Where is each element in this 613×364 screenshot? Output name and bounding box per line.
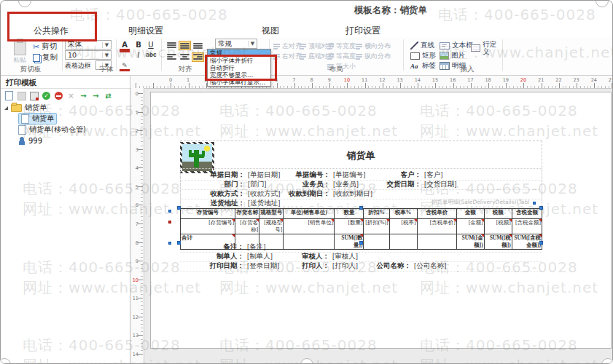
dropdown-option[interactable]: 缩小字体并折行 [208, 57, 270, 64]
selection-handle[interactable] [533, 202, 536, 205]
bold-button[interactable]: B [133, 41, 144, 50]
table-header-cell[interactable]: 含税金额 [512, 209, 542, 219]
selection-handle[interactable] [359, 241, 363, 245]
insert-label-button[interactable]: 标签 [410, 61, 436, 71]
field-label[interactable]: 收款到期日： [250, 189, 330, 199]
halign-right-icon[interactable] [192, 52, 204, 62]
field-label[interactable]: 交货日期： [348, 180, 421, 189]
field-label[interactable]: 公司名称： [348, 261, 411, 271]
table-header-cell[interactable]: 数量 [335, 209, 364, 219]
table-value-cell[interactable]: [存货名称] [235, 219, 259, 234]
table-value-cell[interactable]: [税额] [484, 219, 512, 234]
field-label[interactable]: 制单人： [180, 252, 244, 261]
sync-button[interactable]: ⇄ [104, 91, 113, 100]
tab-detail-settings[interactable]: 明细设置 [128, 25, 163, 37]
strikethrough-button[interactable]: abc [146, 51, 156, 60]
table-header-cell[interactable]: 存货名称 [235, 209, 259, 219]
field-label[interactable]: 单据编号： [250, 170, 330, 180]
enable-button[interactable]: ✓ [42, 91, 51, 100]
insert-rectangle-button[interactable]: 矩形 [410, 51, 436, 60]
fill-color-button[interactable] [120, 51, 130, 60]
field-label[interactable]: 业务员： [250, 180, 330, 189]
table-value-cell[interactable]: [数量] [335, 219, 364, 234]
field-value-placeholder[interactable]: [公司名称] [414, 261, 446, 271]
valign-top-icon[interactable] [165, 41, 178, 50]
table-header-cell[interactable]: 存货编号 [181, 209, 235, 219]
field-value-placeholder[interactable]: [收款到期日] [333, 189, 372, 199]
field-label[interactable]: 审核人： [249, 252, 329, 261]
import-button[interactable]: → [79, 91, 88, 100]
copy-button[interactable]: 复制 [33, 52, 58, 63]
font-size-combo[interactable]: 10▼ [65, 50, 112, 60]
selection-handle[interactable] [359, 206, 363, 210]
table-value-cell[interactable]: [含税单价] [417, 219, 456, 234]
table-value-cell[interactable]: [税率] [389, 219, 417, 234]
table-header-cell[interactable]: 含税单价 [417, 209, 456, 219]
underline-button[interactable]: U [146, 41, 156, 50]
table-header-cell[interactable]: 税率% [389, 209, 417, 219]
table-header-cell[interactable]: 税额 [484, 209, 512, 219]
field-label[interactable]: 部门： [181, 180, 245, 189]
italic-button[interactable]: I [133, 51, 144, 60]
table-header-cell[interactable]: 规格型号 [259, 209, 284, 219]
export-button[interactable]: → [91, 91, 101, 100]
cut-button[interactable]: ✂ 剪切 [33, 41, 57, 52]
insert-textbox-button[interactable]: 文本框 [440, 41, 473, 50]
template-page[interactable]: 销货单 单据日期：[单据日期]单据编号：[单据编号]客户：[客户]部门：[部门]… [150, 92, 612, 349]
table-value-cell[interactable]: [存货编号] [181, 219, 235, 234]
selection-handle[interactable] [168, 242, 171, 245]
valign-bottom-icon[interactable] [192, 41, 204, 50]
border-color-button[interactable]: ✎ [120, 61, 130, 71]
selection-handle[interactable] [168, 221, 171, 223]
tab-print-settings[interactable]: 打印设置 [345, 25, 380, 37]
table-value-cell[interactable]: [规格型号] [259, 219, 284, 234]
font-color-button[interactable]: A [120, 41, 130, 50]
valign-middle-icon[interactable] [179, 41, 191, 50]
table-header-cell[interactable]: 折扣% [364, 209, 389, 219]
insert-line-button[interactable]: 直线 [410, 41, 434, 50]
insert-image-button[interactable]: 图片 [440, 51, 465, 60]
selection-handle[interactable] [177, 206, 181, 210]
dropdown-option[interactable]: 常规 [208, 50, 270, 57]
table-value-cell[interactable]: [金额] [456, 219, 484, 234]
tree-root-sales-order[interactable]: 销货单 [4, 103, 47, 113]
document-title[interactable]: 销货单 [317, 149, 405, 162]
field-label[interactable]: 收款方式： [181, 189, 245, 199]
field-label[interactable]: 打印日期： [180, 261, 244, 271]
field-value-placeholder[interactable]: [客户] [424, 170, 442, 180]
field-value-placeholder[interactable]: [交货日期] [424, 180, 456, 189]
table-header-cell[interactable]: 单位(销售单位) [284, 209, 335, 219]
field-label[interactable]: 打印人： [249, 261, 329, 271]
field-label[interactable]: 单据日期： [181, 170, 245, 180]
selection-handle[interactable] [177, 241, 181, 245]
design-button[interactable] [29, 91, 39, 100]
halign-left-icon[interactable] [165, 52, 178, 62]
tree-item-2[interactable]: 销货单(移动仓管) [18, 124, 86, 135]
tree-item-1[interactable]: 销货单 [18, 114, 57, 124]
selection-handle[interactable] [539, 241, 543, 245]
field-label[interactable]: 备注： [180, 242, 244, 252]
field-value-placeholder[interactable]: [备注] [247, 242, 265, 252]
table-value-cell[interactable]: [折扣(%)] [364, 219, 389, 234]
tab-public-operations[interactable]: 公共操作 [34, 25, 69, 37]
halign-center-icon[interactable] [179, 52, 191, 62]
tab-view[interactable]: 视图 [262, 25, 279, 37]
font-family-combo[interactable]: 宋体▼ [65, 40, 112, 50]
dropdown-option[interactable]: 宽度不够显示... [208, 71, 270, 79]
dropdown-option[interactable]: 自动折行 [208, 64, 270, 71]
new-button[interactable] [4, 91, 14, 100]
selection-handle[interactable] [168, 210, 171, 213]
wrap-mode-combo[interactable]: 常规▼ [215, 39, 257, 49]
insert-rowdef-button[interactable]: 行定义 [471, 41, 501, 55]
selection-handle[interactable] [539, 206, 543, 210]
field-label[interactable]: 送货地址： [181, 199, 245, 208]
table-value-cell[interactable]: [含税金额] [512, 219, 542, 234]
table-header-cell[interactable]: 金额 [456, 209, 484, 219]
dropdown-option[interactable]: 缩小字体单行显示... [208, 79, 270, 86]
table-value-cell[interactable]: [销售单位] [284, 219, 335, 234]
tree-expand-icon[interactable] [4, 106, 8, 110]
field-value-placeholder[interactable]: [送货地址] [248, 199, 280, 208]
disable-button[interactable] [54, 91, 63, 100]
field-value-placeholder[interactable]: [审核人] [332, 252, 358, 261]
detail-table-reference[interactable]: 销货单明细(SaleDeliveryDetails)(Tabl [432, 199, 529, 206]
